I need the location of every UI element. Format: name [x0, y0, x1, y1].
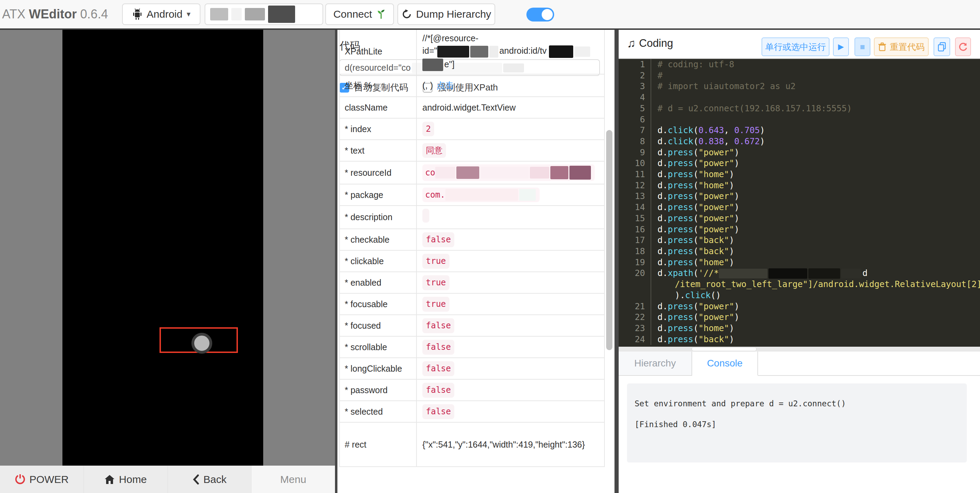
- power-icon: [15, 474, 25, 485]
- property-key: 坐标 %px: [340, 75, 417, 96]
- home-button[interactable]: Home: [84, 466, 168, 493]
- panel-divider[interactable]: [614, 30, 619, 493]
- property-row: * enabledtrue: [340, 272, 604, 294]
- line-number: 20: [619, 268, 651, 279]
- code-line: 13d.press("power"): [619, 191, 980, 202]
- menu-button[interactable]: Menu: [251, 466, 335, 493]
- reset-code-button[interactable]: 重置代码: [874, 37, 929, 56]
- refresh-cycle-icon: [402, 9, 412, 19]
- realtime-toggle[interactable]: [527, 8, 554, 22]
- property-key: * clickable: [340, 251, 417, 272]
- code-line: 12d.press("home"): [619, 180, 980, 191]
- code-line: 14d.press("power"): [619, 202, 980, 213]
- line-number: 5: [619, 103, 651, 114]
- line-number: 4: [619, 92, 651, 103]
- line-number: 16: [619, 224, 651, 235]
- property-value: (, )点击: [417, 76, 604, 94]
- click-coords-link[interactable]: 点击: [437, 80, 454, 90]
- property-row: classNameandroid.widget.TextView: [340, 97, 604, 119]
- redaction-block: [570, 166, 591, 180]
- device-screen[interactable]: [62, 30, 263, 466]
- property-key: XPathLite: [340, 30, 417, 74]
- redaction-block: [435, 167, 455, 178]
- property-key: * resourceId: [340, 162, 417, 184]
- property-key: * text: [340, 140, 417, 161]
- code-line: 10d.press("power"): [619, 158, 980, 169]
- line-number: 2: [619, 70, 651, 81]
- code-line: 1# coding: utf-8: [619, 59, 980, 70]
- selected-element-button[interactable]: [191, 333, 212, 354]
- redaction-block: [457, 166, 479, 179]
- property-inspector-panel: XPathLite//*[@resource-id="android:id/tv…: [337, 30, 614, 493]
- property-value: 同意: [417, 140, 604, 161]
- dump-hierarchy-button[interactable]: Dump Hierarchy: [398, 3, 495, 25]
- property-row: * scrollablefalse: [340, 337, 604, 358]
- tab-console[interactable]: Console: [692, 351, 758, 376]
- reload-icon-button[interactable]: [955, 37, 971, 56]
- run-selection-button[interactable]: 单行或选中运行: [762, 37, 829, 56]
- redaction-block: [480, 167, 529, 178]
- copy-code-button[interactable]: [934, 37, 950, 56]
- back-button[interactable]: Back: [168, 466, 252, 493]
- code-editor[interactable]: 1# coding: utf-82#3# import uiautomator2…: [619, 58, 980, 347]
- editor-hscrollbar-thumb[interactable]: [692, 347, 757, 351]
- device-mirror-panel: POWER Home Back Menu: [0, 30, 335, 493]
- code-line: ).click(): [619, 290, 980, 301]
- trash-icon: [878, 42, 886, 51]
- property-key: * checkable: [340, 229, 417, 250]
- property-key: * longClickable: [340, 358, 417, 379]
- code-line: 5# d = u2.connect(192.168.157.118:5555): [619, 103, 980, 114]
- property-key: * description: [340, 206, 417, 229]
- device-serial-input[interactable]: [205, 3, 323, 25]
- platform-dropdown[interactable]: Android ▾: [122, 3, 200, 25]
- property-value: false: [417, 401, 604, 422]
- property-key: * selected: [340, 401, 417, 422]
- line-number: 6: [619, 114, 651, 125]
- stop-button[interactable]: ■: [854, 37, 870, 56]
- editor-hscrollbar[interactable]: [619, 347, 980, 351]
- property-row: * passwordfalse: [340, 380, 604, 401]
- reload-icon: [958, 42, 967, 51]
- property-row: * focusabletrue: [340, 294, 604, 315]
- code-line: 15d.press("power"): [619, 213, 980, 224]
- inspector-scrollbar-thumb[interactable]: [606, 130, 612, 350]
- code-line: 6: [619, 114, 980, 125]
- property-row: 坐标 %px(, )点击: [340, 75, 604, 97]
- back-chevron-icon: [192, 474, 199, 485]
- line-number: 14: [619, 202, 651, 213]
- redaction-block: [445, 189, 518, 201]
- coding-title: ♫ Coding: [627, 37, 673, 50]
- property-key: * focused: [340, 315, 417, 336]
- property-key: * index: [340, 119, 417, 139]
- code-line: 16d.press("power"): [619, 224, 980, 235]
- music-note-icon: ♫: [627, 37, 636, 50]
- redaction-block: [550, 166, 568, 179]
- redaction-block: [437, 46, 469, 57]
- line-number: 22: [619, 312, 651, 323]
- output-tabs: Hierarchy Console: [619, 351, 980, 376]
- property-row: * focusedfalse: [340, 315, 604, 337]
- tab-hierarchy[interactable]: Hierarchy: [619, 351, 692, 375]
- property-value: 2: [417, 119, 604, 139]
- property-row: * clickabletrue: [340, 251, 604, 272]
- platform-label: Android: [147, 8, 182, 20]
- chevron-down-icon: ▾: [186, 10, 190, 19]
- property-value: true: [417, 272, 604, 293]
- property-row: * selectedfalse: [340, 401, 604, 423]
- property-row: # rect{"x":541,"y":1644,"width":419,"hei…: [340, 423, 604, 467]
- play-button[interactable]: ▶: [833, 37, 849, 56]
- code-line: 18d.press("back"): [619, 246, 980, 257]
- connect-button[interactable]: Connect: [325, 3, 394, 25]
- power-button[interactable]: POWER: [0, 466, 84, 493]
- property-row: * resourceIdco: [340, 162, 604, 184]
- property-value: co: [417, 162, 604, 184]
- property-value: false: [417, 315, 604, 336]
- property-value: {"x":541,"y":1644,"width":419,"height":1…: [417, 436, 604, 453]
- redaction-block: [841, 269, 861, 278]
- panel-divider[interactable]: [335, 30, 337, 493]
- line-number: 7: [619, 125, 651, 136]
- code-line: 8d.click(0.838, 0.672): [619, 136, 980, 147]
- property-row: * text同意: [340, 140, 604, 162]
- redaction-block: [808, 268, 840, 279]
- property-value: false: [417, 358, 604, 379]
